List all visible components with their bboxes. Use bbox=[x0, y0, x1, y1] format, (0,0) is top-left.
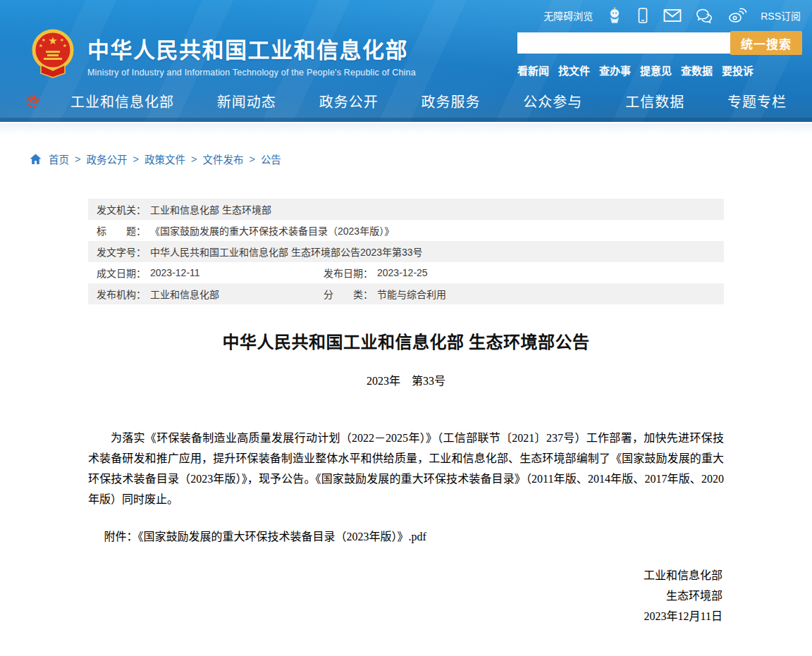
nav-item-3[interactable]: 政务公开 bbox=[319, 91, 379, 111]
nav-item-2[interactable]: 新闻动态 bbox=[217, 91, 276, 111]
meta-label: 分 类： bbox=[324, 287, 373, 301]
svg-text:★: ★ bbox=[42, 37, 46, 42]
signature-block: 工业和信息化部生态环境部2023年12月11日 bbox=[88, 565, 724, 626]
svg-text:★: ★ bbox=[39, 43, 43, 48]
quick-link-1[interactable]: 看新闻 bbox=[517, 63, 549, 78]
meta-cell: 发布机构：工业和信息化部 bbox=[97, 287, 324, 301]
mobile-icon[interactable] bbox=[636, 7, 649, 24]
robot-mascot-icon[interactable] bbox=[607, 7, 622, 24]
meta-cell: 发文字号：中华人民共和国工业和信息化部 生态环境部公告2023年第33号 bbox=[97, 245, 423, 259]
meta-value: 工业和信息化部 生态环境部 bbox=[150, 202, 271, 216]
svg-text:★: ★ bbox=[60, 37, 64, 42]
wechat-icon[interactable] bbox=[696, 8, 714, 23]
signature-line-1: 工业和信息化部 bbox=[88, 565, 722, 586]
meta-value: 2023-12-11 bbox=[150, 267, 200, 278]
breadcrumb-separator: > bbox=[75, 154, 80, 165]
breadcrumb-separator: > bbox=[133, 154, 138, 165]
quick-link-4[interactable]: 提意见 bbox=[640, 63, 672, 78]
search-button[interactable]: 统一搜索 bbox=[730, 31, 802, 55]
document-number: 2023年 第33号 bbox=[88, 371, 724, 388]
article: 中华人民共和国工业和信息化部 生态环境部公告 2023年 第33号 为落实《环保… bbox=[88, 328, 724, 626]
quick-link-6[interactable]: 要投诉 bbox=[722, 63, 753, 78]
breadcrumb: 首页>政务公开>政策文件>文件发布>公告 bbox=[30, 151, 812, 166]
breadcrumb-items: 首页>政务公开>政策文件>文件发布>公告 bbox=[49, 151, 281, 166]
search-area: 统一搜索 看新闻找文件查办事提意见查数据要投诉 bbox=[517, 31, 802, 78]
miit-logo-icon bbox=[25, 92, 42, 111]
utility-topbar: 无障碍浏览 bbox=[0, 0, 812, 24]
meta-cell: 标 题：《国家鼓励发展的重大环保技术装备目录（2023年版）》 bbox=[97, 223, 394, 237]
search-input[interactable] bbox=[517, 32, 730, 54]
accessibility-link[interactable]: 无障碍浏览 bbox=[543, 8, 593, 23]
signature-line-3: 2023年12月11日 bbox=[88, 606, 722, 626]
meta-label: 发布机构： bbox=[97, 287, 146, 301]
breadcrumb-item-4[interactable]: 文件发布 bbox=[202, 151, 243, 166]
site-header: 无障碍浏览 bbox=[0, 0, 812, 122]
breadcrumb-separator: > bbox=[249, 154, 254, 165]
meta-cell: 发文机关：工业和信息化部 生态环境部 bbox=[97, 202, 271, 216]
meta-value: 《国家鼓励发展的重大环保技术装备目录（2023年版）》 bbox=[150, 223, 394, 237]
breadcrumb-item-1[interactable]: 首页 bbox=[49, 151, 69, 166]
meta-value: 2023-12-25 bbox=[377, 267, 428, 278]
site-title-english: Ministry of Industry and Information Tec… bbox=[87, 68, 416, 78]
meta-table-row: 成文日期：2023-12-11发布日期：2023-12-25 bbox=[88, 262, 724, 283]
header-shadow bbox=[0, 122, 812, 135]
document-body-paragraph: 为落实《环保装备制造业高质量发展行动计划（2022－2025年）》（工信部联节〔… bbox=[88, 428, 724, 509]
meta-table-row: 标 题：《国家鼓励发展的重大环保技术装备目录（2023年版）》 bbox=[88, 220, 724, 241]
nav-item-4[interactable]: 政务服务 bbox=[421, 91, 480, 111]
meta-label: 发文字号： bbox=[97, 245, 146, 259]
meta-label: 成文日期： bbox=[97, 266, 146, 280]
meta-cell: 发布日期：2023-12-25 bbox=[324, 266, 428, 280]
home-icon[interactable] bbox=[30, 154, 42, 165]
announcement-page: 发文机关：工业和信息化部 生态环境部标 题：《国家鼓励发展的重大环保技术装备目录… bbox=[88, 199, 724, 626]
document-meta-table: 发文机关：工业和信息化部 生态环境部标 题：《国家鼓励发展的重大环保技术装备目录… bbox=[88, 199, 724, 304]
site-title: 中华人民共和国工业和信息化部 bbox=[87, 32, 416, 64]
nav-item-5[interactable]: 公众参与 bbox=[523, 91, 582, 111]
meta-cell: 分 类：节能与综合利用 bbox=[324, 287, 446, 301]
main-nav: 工业和信息化部新闻动态政务公开政务服务公众参与工信数据专题专栏 bbox=[0, 85, 812, 122]
meta-cell: 成文日期：2023-12-11 bbox=[97, 266, 324, 280]
meta-table-row: 发文机关：工业和信息化部 生态环境部 bbox=[88, 199, 724, 220]
meta-table-row: 发文字号：中华人民共和国工业和信息化部 生态环境部公告2023年第33号 bbox=[88, 241, 724, 262]
breadcrumb-separator: > bbox=[191, 154, 197, 165]
brand-row: ★ ★ ★ ★ ★ 中华人民共和国工业和信息化部 Ministry of Ind… bbox=[0, 24, 812, 82]
meta-value: 节能与综合利用 bbox=[377, 287, 446, 301]
nav-item-6[interactable]: 工信数据 bbox=[625, 91, 684, 111]
signature-line-2: 生态环境部 bbox=[88, 586, 722, 606]
meta-value: 工业和信息化部 bbox=[150, 287, 219, 301]
meta-value: 中华人民共和国工业和信息化部 生态环境部公告2023年第33号 bbox=[150, 245, 423, 259]
document-title: 中华人民共和国工业和信息化部 生态环境部公告 bbox=[88, 328, 724, 353]
national-emblem-icon: ★ ★ ★ ★ ★ bbox=[30, 28, 76, 82]
meta-label: 发文机关： bbox=[97, 202, 146, 216]
weibo-icon[interactable] bbox=[728, 8, 746, 23]
svg-text:★: ★ bbox=[63, 43, 67, 48]
mail-icon[interactable] bbox=[663, 8, 682, 23]
quick-link-5[interactable]: 查数据 bbox=[681, 63, 713, 78]
meta-label: 标 题： bbox=[97, 223, 146, 237]
breadcrumb-item-3[interactable]: 政策文件 bbox=[144, 151, 185, 166]
rss-link[interactable]: RSS订阅 bbox=[761, 8, 801, 23]
breadcrumb-item-2[interactable]: 政务公开 bbox=[86, 151, 127, 166]
attachment-pdf-link[interactable]: 附件：《国家鼓励发展的重大环保技术装备目录（2023年版）》.pdf bbox=[104, 526, 426, 547]
quick-links: 看新闻找文件查办事提意见查数据要投诉 bbox=[517, 63, 802, 78]
nav-item-1[interactable]: 工业和信息化部 bbox=[70, 91, 174, 111]
nav-items: 工业和信息化部新闻动态政务公开政务服务公众参与工信数据专题专栏 bbox=[70, 91, 787, 111]
nav-item-7[interactable]: 专题专栏 bbox=[727, 91, 787, 111]
quick-link-2[interactable]: 找文件 bbox=[558, 63, 590, 78]
breadcrumb-item-5[interactable]: 公告 bbox=[261, 151, 281, 166]
meta-table-row: 发布机构：工业和信息化部分 类：节能与综合利用 bbox=[88, 283, 724, 304]
meta-label: 发布日期： bbox=[324, 266, 373, 280]
quick-link-3[interactable]: 查办事 bbox=[599, 63, 631, 78]
svg-text:★: ★ bbox=[48, 35, 57, 47]
